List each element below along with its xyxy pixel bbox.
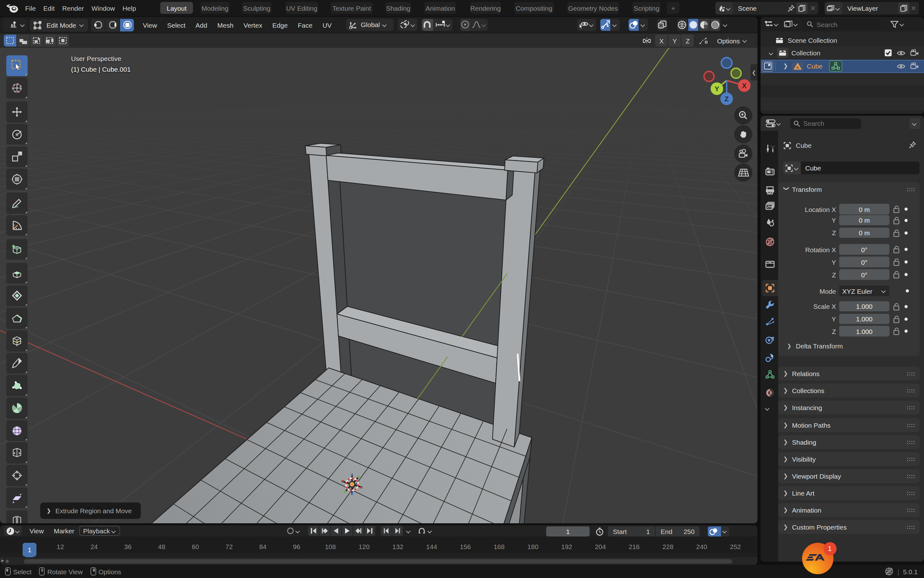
svg-text:Y: Y: [715, 85, 719, 93]
svg-text:X: X: [742, 82, 747, 89]
svg-text:Z: Z: [725, 95, 728, 103]
